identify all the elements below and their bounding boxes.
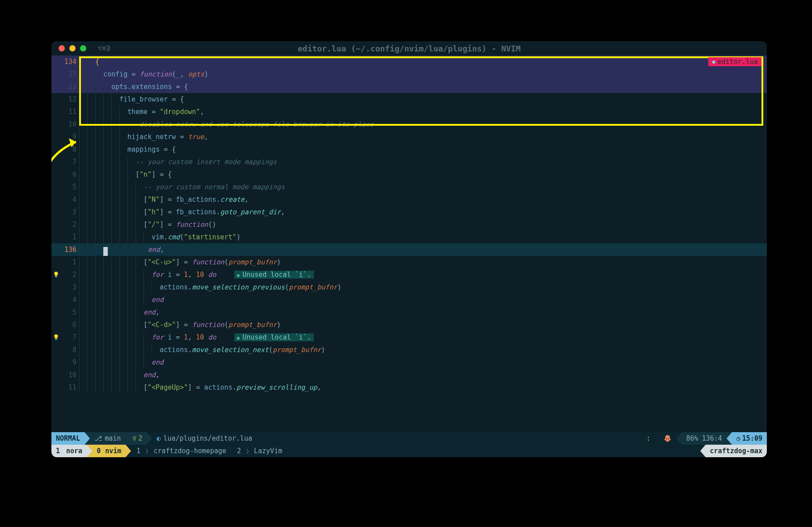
code-area[interactable]: 134{37config = function(_, opts)13opts.e… <box>51 55 767 394</box>
code-line[interactable]: 💡7for i = 1, 10 doUnused local `i`. <box>51 331 767 344</box>
code-content[interactable]: end, <box>79 243 767 256</box>
code-content[interactable]: for i = 1, 10 doUnused local `i`. <box>79 331 767 344</box>
sign-column <box>51 381 60 394</box>
line-number: 8 <box>60 344 79 356</box>
chevron-left-icon <box>677 432 682 445</box>
line-number: 10 <box>60 118 79 131</box>
code-content[interactable]: ["n"] = { <box>79 168 767 181</box>
code-content[interactable]: end <box>79 356 767 369</box>
tmux-window-index: 2 <box>237 447 241 455</box>
code-line[interactable]: 4["N"] = fb_actions.create, <box>51 193 767 206</box>
chevron-right-icon <box>147 432 152 445</box>
close-icon[interactable] <box>59 45 65 51</box>
code-content[interactable]: for i = 1, 10 doUnused local `i`. <box>79 268 767 281</box>
sign-column <box>51 81 60 93</box>
code-content[interactable]: ["N"] = fb_actions.create, <box>79 193 767 206</box>
code-content[interactable]: hijack_netrw = true, <box>79 131 767 143</box>
code-line[interactable]: 37config = function(_, opts) <box>51 68 767 81</box>
chevron-left-icon <box>700 445 706 457</box>
code-content[interactable]: { <box>79 55 767 68</box>
tmux-session-name[interactable]: nora <box>64 445 87 457</box>
code-line[interactable]: 💡2for i = 1, 10 doUnused local `i`. <box>51 268 767 281</box>
chevron-right-icon <box>85 432 90 445</box>
code-content[interactable]: ["/"] = function() <box>79 218 767 231</box>
code-content[interactable]: -- your custom normal mode mappings <box>79 181 767 193</box>
tmux-session-index[interactable]: 1 <box>51 445 64 457</box>
sign-column <box>51 293 60 306</box>
tmux-window-2[interactable]: 2 ❯ LazyVim <box>232 445 288 457</box>
line-number: 12 <box>60 93 79 106</box>
sign-column <box>51 193 60 206</box>
code-line[interactable]: 11["<PageUp>"] = actions.preview_scrolli… <box>51 381 767 394</box>
sign-column <box>51 68 60 81</box>
code-line[interactable]: 12file_browser = { <box>51 93 767 106</box>
code-content[interactable]: actions.move_selection_previous(prompt_b… <box>79 281 767 293</box>
code-line[interactable]: 10-- disables netrw and use telescope-fi… <box>51 118 767 131</box>
code-line[interactable]: 1vim.cmd("startinsert") <box>51 231 767 243</box>
code-line[interactable]: 134{ <box>51 55 767 68</box>
code-line[interactable]: 1["<C-u>"] = function(prompt_bufnr) <box>51 256 767 268</box>
line-number: 136 <box>60 243 79 256</box>
code-content[interactable]: actions.move_selection_next(prompt_bufnr… <box>79 344 767 356</box>
code-line[interactable]: 2["/"] = function() <box>51 218 767 231</box>
sign-column <box>51 306 60 319</box>
code-content[interactable]: theme = "dropdown", <box>79 106 767 118</box>
chevron-right-icon: ❯ <box>143 447 151 455</box>
sign-column <box>51 93 60 106</box>
code-content[interactable]: end, <box>79 369 767 381</box>
tmux-window-index: 1 <box>136 447 140 455</box>
code-content[interactable]: end, <box>79 306 767 319</box>
sign-column <box>51 319 60 331</box>
line-number: 9 <box>60 356 79 369</box>
code-line[interactable]: 10end, <box>51 369 767 381</box>
code-line[interactable]: 5end, <box>51 306 767 319</box>
code-line[interactable]: 3actions.move_selection_previous(prompt_… <box>51 281 767 293</box>
sign-column <box>51 344 60 356</box>
file-path-text: lua/plugins/editor.lua <box>163 434 252 442</box>
tmux-window-1[interactable]: 1 ❯ craftzdog-homepage <box>131 445 232 457</box>
code-content[interactable]: vim.cmd("startinsert") <box>79 231 767 243</box>
code-content[interactable]: -- your custom insert mode mappings <box>79 156 767 168</box>
code-line[interactable]: 5-- your custom normal mode mappings <box>51 181 767 193</box>
code-content[interactable]: ["<C-u>"] = function(prompt_bufnr) <box>79 256 767 268</box>
git-diff-indicator: ♀ 2 <box>131 432 147 445</box>
sign-column <box>51 369 60 381</box>
line-number: 6 <box>60 319 79 331</box>
diagnostic-hint: Unused local `i`. <box>234 333 314 341</box>
tmux-current-window-name[interactable]: nvim <box>105 445 126 457</box>
code-line[interactable]: 9hijack_netrw = true, <box>51 131 767 143</box>
code-line[interactable]: 8actions.move_selection_next(prompt_bufn… <box>51 344 767 356</box>
code-line[interactable]: 9end <box>51 356 767 369</box>
code-content[interactable]: ["<PageUp>"] = actions.preview_scrolling… <box>79 381 767 394</box>
line-number: 10 <box>60 369 79 381</box>
sign-column <box>51 356 60 369</box>
code-content[interactable]: end <box>79 293 767 306</box>
code-line[interactable]: 11theme = "dropdown", <box>51 106 767 118</box>
sign-column <box>51 256 60 268</box>
minimize-icon[interactable] <box>69 45 76 51</box>
code-line[interactable]: 13opts.extensions = { <box>51 81 767 93</box>
diff-icon: ♀ <box>132 434 136 442</box>
editor-viewport[interactable]: editor.lua 134{37config = function(_, op… <box>51 55 767 432</box>
code-line[interactable]: 4end <box>51 293 767 306</box>
code-content[interactable]: -- disables netrw and use telescope-file… <box>79 118 767 131</box>
code-line[interactable]: 6["<C-d>"] = function(prompt_bufnr) <box>51 319 767 331</box>
sign-column <box>51 206 60 218</box>
code-content[interactable]: mappings = { <box>79 143 767 156</box>
tmux-hostname: craftzdog-max <box>706 445 767 457</box>
code-content[interactable]: ["<C-d>"] = function(prompt_bufnr) <box>79 319 767 331</box>
sign-column <box>51 218 60 231</box>
sign-column <box>51 106 60 118</box>
line-number: 13 <box>60 81 79 93</box>
code-line[interactable]: 8mappings = { <box>51 143 767 156</box>
code-content[interactable]: opts.extensions = { <box>79 81 767 93</box>
code-content[interactable]: config = function(_, opts) <box>79 68 767 81</box>
code-line[interactable]: 6["n"] = { <box>51 168 767 181</box>
maximize-icon[interactable] <box>80 45 86 51</box>
code-content[interactable]: file_browser = { <box>79 93 767 106</box>
tmux-current-window-index[interactable]: 0 <box>92 445 105 457</box>
code-content[interactable]: ["h"] = fb_actions.goto_parent_dir, <box>79 206 767 218</box>
code-line[interactable]: 7-- your custom insert mode mappings <box>51 156 767 168</box>
code-line[interactable]: 136end, <box>51 243 767 256</box>
code-line[interactable]: 3["h"] = fb_actions.goto_parent_dir, <box>51 206 767 218</box>
